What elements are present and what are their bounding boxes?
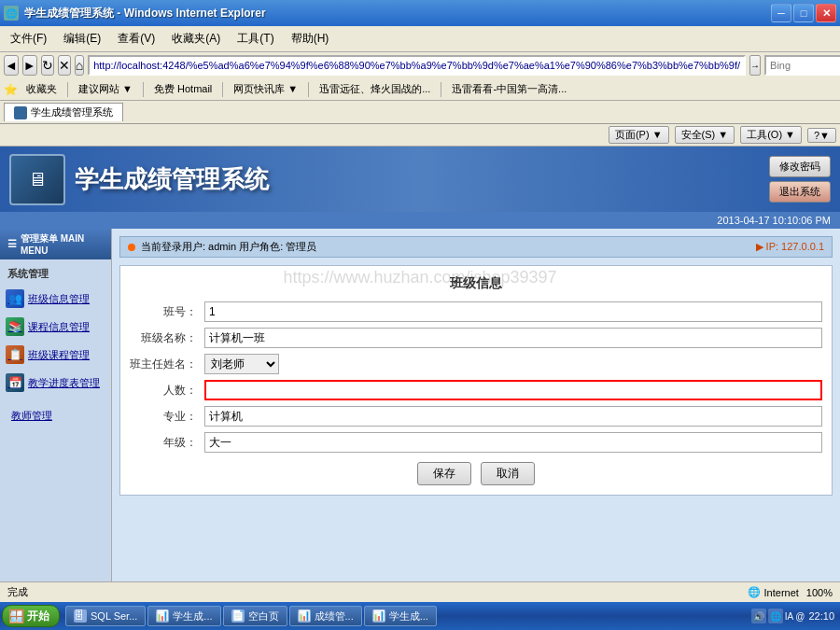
clock: 22:10 xyxy=(808,610,834,622)
taskbar-items: 🗄 SQL Ser... 📊 学生成... 📄 空白页 📊 成绩管... 📊 学… xyxy=(65,606,742,626)
label-major: 专业： xyxy=(130,409,204,425)
sidebar-section-system: 系统管理 xyxy=(0,263,111,285)
label-grade: 年级： xyxy=(130,435,204,451)
sidebar-item-schedule-label: 教学进度表管理 xyxy=(28,376,100,390)
form-row-teacher: 班主任姓名： 刘老师 xyxy=(130,354,822,374)
form-title: 班级信息 xyxy=(130,275,822,292)
menu-favorites[interactable]: 收藏夹(A) xyxy=(169,30,223,48)
form-buttons: 保存 取消 xyxy=(130,462,822,485)
cancel-button[interactable]: 取消 xyxy=(481,462,535,485)
fav-item-3[interactable]: 网页快讯库 ▼ xyxy=(231,81,301,97)
title-bar: 🌐 学生成绩管理系统 - Windows Internet Explorer ─… xyxy=(0,0,840,26)
status-zone: 🌐 Internet xyxy=(748,586,799,598)
favorites-bar: ⭐ 收藏夹 建议网站 ▼ 免费 Hotmail 网页快讯库 ▼ 迅雷远征、烽火国… xyxy=(0,78,840,101)
home-button[interactable]: ⌂ xyxy=(75,55,84,76)
sidebar-header-text: 管理菜单 MAIN MENU xyxy=(21,232,104,256)
sidebar-item-course[interactable]: 📚 课程信息管理 xyxy=(0,313,111,341)
fav-item-2[interactable]: 免费 Hotmail xyxy=(151,81,215,97)
sidebar-item-schedule[interactable]: 📅 教学进度表管理 xyxy=(0,369,111,397)
datetime-text: 2013-04-17 10:10:06 PM xyxy=(717,215,831,226)
menu-help[interactable]: 帮助(H) xyxy=(288,30,332,48)
class-icon: 👥 xyxy=(6,289,24,308)
sidebar-item-class-course-label: 班级课程管理 xyxy=(28,348,90,362)
menu-tools[interactable]: 工具(T) xyxy=(234,30,276,48)
class-course-icon: 📋 xyxy=(6,345,24,364)
start-button[interactable]: 🪟 开始 xyxy=(2,605,60,627)
fav-item-4[interactable]: 迅雷远征、烽火国战的... xyxy=(316,81,433,97)
zone-icon: 🌐 xyxy=(748,586,761,598)
forward-button[interactable]: ► xyxy=(22,55,37,76)
back-button[interactable]: ◄ xyxy=(4,55,19,76)
app-logo: 🖥 xyxy=(9,154,65,205)
fav-item-5[interactable]: 迅雷看看-中国第一高清... xyxy=(449,81,569,97)
address-bar[interactable]: http://localhost:4248/%e5%ad%a6%e7%94%9f… xyxy=(88,55,746,76)
taskbar-label-4: 学生成... xyxy=(389,609,428,623)
menu-edit[interactable]: 编辑(E) xyxy=(61,30,104,48)
fav-item-1[interactable]: 建议网站 ▼ xyxy=(76,81,135,97)
page-button[interactable]: 页面(P) ▼ xyxy=(609,126,669,144)
sidebar-item-course-label: 课程信息管理 xyxy=(28,320,90,334)
form-row-grade: 年级： xyxy=(130,432,822,453)
schedule-icon: 📅 xyxy=(6,373,24,392)
sys-tray: 🔊 🌐 IA @ xyxy=(751,609,805,623)
taskbar-label-2: 空白页 xyxy=(248,609,279,623)
zone-text: Internet xyxy=(764,587,799,598)
window-icon: 🌐 xyxy=(4,6,19,21)
security-button[interactable]: 安全(S) ▼ xyxy=(675,126,735,144)
tools-button[interactable]: 工具(O) ▼ xyxy=(740,126,802,144)
label-class-name: 班级名称： xyxy=(130,330,204,346)
sidebar-item-class-course[interactable]: 📋 班级课程管理 xyxy=(0,341,111,369)
page-tab[interactable]: 学生成绩管理系统 xyxy=(4,103,123,121)
form-panel: 班级信息 班号： 班级名称： 班主任姓名： xyxy=(119,265,833,496)
input-class-id[interactable] xyxy=(204,301,822,322)
taskbar-item-1[interactable]: 📊 学生成... xyxy=(147,606,220,626)
content-area: 当前登录用户: admin 用户角色: 管理员 ▶ IP: 127.0.0.1 … xyxy=(112,229,840,593)
main-layout: ☰ 管理菜单 MAIN MENU 系统管理 👥 班级信息管理 📚 课程信息管理 … xyxy=(0,229,840,593)
form-row-class-id: 班号： xyxy=(130,301,822,322)
maximize-button[interactable]: □ xyxy=(793,4,814,22)
refresh-button[interactable]: ↻ xyxy=(41,55,54,76)
taskbar-item-3[interactable]: 📊 成绩管... xyxy=(289,606,362,626)
label-count: 人数： xyxy=(130,383,204,399)
input-major[interactable] xyxy=(204,406,822,427)
taskbar-label-3: 成绩管... xyxy=(315,609,354,623)
input-grade[interactable] xyxy=(204,432,822,453)
menu-file[interactable]: 文件(F) xyxy=(7,30,49,48)
taskbar-item-4[interactable]: 📊 学生成... xyxy=(364,606,437,626)
fav-item-0[interactable]: 收藏夹 xyxy=(23,81,60,97)
taskbar-item-0[interactable]: 🗄 SQL Ser... xyxy=(65,606,146,626)
go-button[interactable]: → xyxy=(749,55,761,76)
search-input[interactable] xyxy=(764,55,840,76)
sidebar-item-teacher[interactable]: 教师管理 xyxy=(0,404,111,427)
window-title: 学生成绩管理系统 - Windows Internet Explorer xyxy=(24,6,266,21)
taskbar-icon-3: 📊 xyxy=(298,609,311,623)
save-button[interactable]: 保存 xyxy=(417,462,471,485)
minimize-button[interactable]: ─ xyxy=(771,4,791,22)
user-info-text: 当前登录用户: admin 用户角色: 管理员 xyxy=(141,240,316,254)
taskbar-icon-2: 📄 xyxy=(231,609,245,623)
taskbar-label-1: 学生成... xyxy=(173,609,212,623)
sidebar-item-class[interactable]: 👥 班级信息管理 xyxy=(0,285,111,313)
sidebar-item-class-label: 班级信息管理 xyxy=(28,292,90,306)
sidebar-item-teacher-label: 教师管理 xyxy=(6,409,52,423)
stop-button[interactable]: ✕ xyxy=(58,55,71,76)
logout-button[interactable]: 退出系统 xyxy=(769,181,831,203)
taskbar-label-0: SQL Ser... xyxy=(91,610,137,622)
course-icon: 📚 xyxy=(6,317,24,336)
tab-icon xyxy=(14,106,27,119)
input-count[interactable] xyxy=(204,380,822,400)
tray-icon-0: 🔊 xyxy=(751,609,766,623)
page-tab-bar: 学生成绩管理系统 xyxy=(0,101,840,124)
url-text: http://localhost:4248/%e5%ad%a6%e7%94%9f… xyxy=(93,60,740,71)
change-password-button[interactable]: 修改密码 xyxy=(769,156,831,177)
input-class-name[interactable] xyxy=(204,328,822,348)
select-teacher[interactable]: 刘老师 xyxy=(204,354,279,374)
nav-bar: ◄ ► ↻ ✕ ⌂ http://localhost:4248/%e5%ad%a… xyxy=(0,52,840,78)
taskbar-icon-4: 📊 xyxy=(372,609,385,623)
menu-view[interactable]: 查看(V) xyxy=(115,30,158,48)
taskbar-icon-0: 🗄 xyxy=(74,609,87,623)
help-button[interactable]: ?▼ xyxy=(807,128,836,143)
close-button[interactable]: ✕ xyxy=(816,4,836,22)
sidebar: ☰ 管理菜单 MAIN MENU 系统管理 👥 班级信息管理 📚 课程信息管理 … xyxy=(0,229,112,593)
taskbar-item-2[interactable]: 📄 空白页 xyxy=(223,606,287,626)
